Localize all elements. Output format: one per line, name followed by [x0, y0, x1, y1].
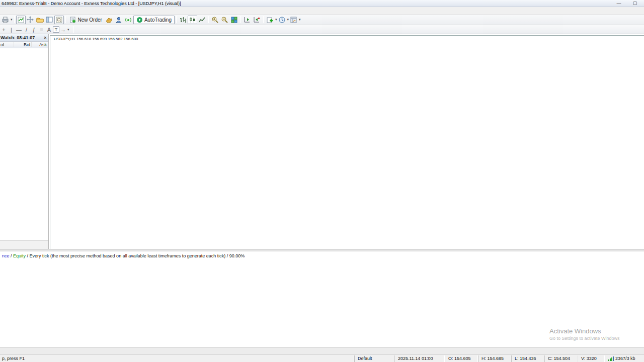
chart-window[interactable]: USDJPY,H1 156.618 156.699 156.582 156.60…	[50, 35, 644, 249]
panel-splitter[interactable]	[0, 249, 644, 251]
line-studies-toolbar: + | — / ƒ ≡ A T → ▾	[0, 25, 644, 34]
channel-tool-icon[interactable]: ≡	[38, 26, 45, 33]
chart-ohlc-info: USDJPY,H1 156.618 156.699 156.582 156.60…	[54, 37, 138, 41]
signals-icon[interactable]	[124, 16, 133, 24]
status-connection: 2367/3 kb	[605, 355, 644, 362]
status-bar: p, press F1 Default 2025.11.14 01:00 O: …	[0, 354, 644, 362]
candlestick-chart[interactable]	[50, 36, 644, 242]
tester-tabs	[0, 347, 644, 354]
market-watch-panel: Watch: 08:41:07 × ol Bid Ask	[0, 34, 49, 250]
arrows-tool-icon[interactable]: →	[59, 26, 67, 33]
fibonacci-tool-icon[interactable]: ƒ	[30, 26, 38, 33]
print-caret-icon[interactable]: ▾	[11, 18, 13, 22]
label-tool-icon[interactable]: T	[53, 26, 59, 33]
crosshair-move-icon[interactable]	[26, 16, 35, 24]
close-icon[interactable]: ×	[42, 35, 48, 40]
text-tool-icon[interactable]: A	[45, 26, 53, 33]
chart-profile-icon[interactable]	[16, 16, 26, 24]
market-watch-tabs	[0, 240, 49, 249]
vertical-line-tool-icon[interactable]: |	[8, 26, 15, 33]
status-low: L: 154.436	[511, 355, 544, 362]
column-bid[interactable]: Bid	[14, 42, 31, 47]
column-ask[interactable]: Ask	[31, 42, 48, 47]
connection-bars-icon	[608, 356, 614, 361]
new-order-button[interactable]: New Order	[67, 16, 105, 24]
status-high: H: 154.685	[478, 355, 511, 362]
equity-legend-label: Equity	[13, 253, 26, 258]
tester-graph-panel: nce / Equity / Every tick (the most prec…	[0, 251, 644, 347]
templates-caret-icon[interactable]: ▾	[299, 18, 301, 22]
status-open: O: 154.605	[445, 355, 478, 362]
trendline-tool-icon[interactable]: /	[23, 26, 30, 33]
tester-trade-axis	[0, 341, 644, 347]
column-symbol[interactable]: ol	[0, 42, 14, 47]
status-volume: V: 3320	[578, 355, 605, 362]
new-order-icon	[70, 17, 76, 23]
market-watch-columns: ol Bid Ask	[0, 42, 48, 48]
autotrading-label: AutoTrading	[144, 17, 172, 23]
market-watch-panel-icon[interactable]	[45, 16, 54, 24]
candlestick-chart-icon[interactable]	[188, 16, 197, 24]
history-center-icon[interactable]	[105, 16, 114, 24]
traffic-text: 2367/3 kb	[615, 355, 635, 362]
minimize-button[interactable]: —	[615, 1, 623, 6]
autotrading-button[interactable]: AutoTrading	[133, 16, 175, 24]
status-close: C: 154.504	[544, 355, 578, 362]
title-bar: 649962: Exness-Trial8 - Demo Account - E…	[0, 0, 644, 7]
arrows-caret-icon[interactable]: ▾	[67, 28, 69, 32]
horizontal-line-tool-icon[interactable]: —	[15, 26, 23, 33]
crosshair-tool-icon[interactable]: +	[0, 26, 8, 33]
autotrading-icon	[136, 17, 143, 23]
bar-chart-icon[interactable]	[178, 16, 188, 24]
tile-windows-icon[interactable]	[229, 16, 239, 24]
maximize-button[interactable]: ▢	[631, 1, 639, 6]
status-bar-time: 2025.11.14 01:00	[394, 355, 445, 362]
periods-icon[interactable]	[277, 16, 287, 24]
legend-separator: /	[10, 253, 14, 258]
chart-shift-icon[interactable]	[252, 16, 262, 24]
line-chart-icon[interactable]	[197, 16, 207, 24]
zoom-in-icon[interactable]	[210, 16, 220, 24]
new-chart-icon[interactable]	[265, 16, 275, 24]
print-icon[interactable]	[1, 16, 10, 24]
chart-time-axis	[50, 243, 644, 249]
status-help-text: p, press F1	[0, 356, 354, 361]
auto-scroll-icon[interactable]	[243, 16, 252, 24]
tester-balance-graph[interactable]	[0, 251, 644, 347]
favorites-folder-icon[interactable]	[35, 16, 45, 24]
mt4-terminal: 649962: Exness-Trial8 - Demo Account - E…	[0, 0, 644, 362]
new-order-label: New Order	[78, 17, 102, 23]
tester-model-text: / Every tick (the most precise method ba…	[26, 253, 245, 258]
accounts-icon[interactable]	[114, 16, 124, 24]
tester-panel-icon[interactable]	[54, 16, 64, 24]
market-watch-title: Watch: 08:41:07	[0, 35, 42, 40]
market-watch-header: Watch: 08:41:07 ×	[0, 34, 48, 42]
tester-legend: nce / Equity / Every tick (the most prec…	[2, 253, 245, 258]
menu-bar	[0, 7, 644, 15]
window-title: 649962: Exness-Trial8 - Demo Account - E…	[0, 1, 181, 6]
balance-legend-label: nce	[2, 253, 10, 258]
zoom-out-icon[interactable]	[220, 16, 229, 24]
status-profile[interactable]: Default	[354, 355, 394, 362]
standard-toolbar: ▾ New Order A	[0, 15, 644, 25]
templates-icon[interactable]	[289, 16, 298, 24]
